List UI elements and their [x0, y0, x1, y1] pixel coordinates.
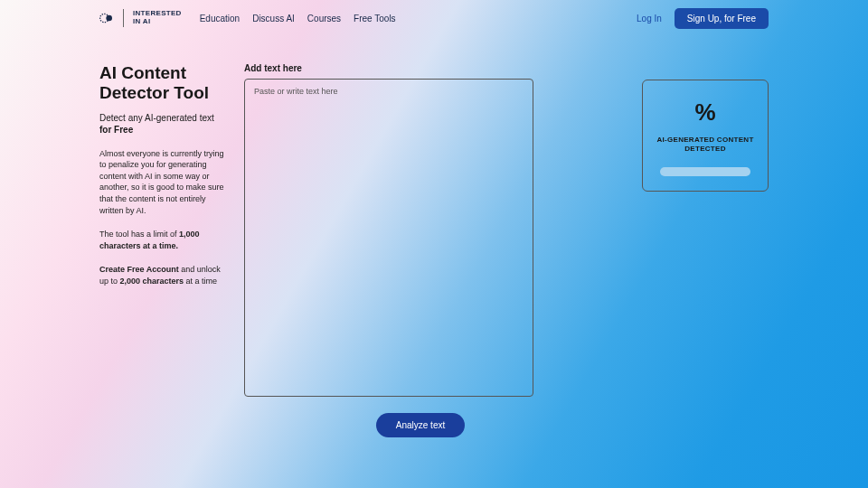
main-content: AI Content Detector Tool Detect any AI-g… — [0, 36, 868, 437]
main-nav: Education Discuss AI Courses Free Tools — [200, 14, 396, 23]
description-para: Almost everyone is currently trying to p… — [99, 148, 226, 217]
info-column: AI Content Detector Tool Detect any AI-g… — [99, 63, 226, 437]
percent-icon: % — [654, 99, 757, 127]
result-panel: % AI-GENERATED CONTENT DETECTED — [642, 80, 769, 192]
text-input[interactable] — [244, 79, 533, 397]
textarea-label: Add text here — [244, 63, 624, 73]
result-label: AI-GENERATED CONTENT DETECTED — [654, 136, 757, 155]
header-right: Log In Sign Up, for Free — [637, 8, 769, 29]
nav-education[interactable]: Education — [200, 14, 240, 23]
subtitle: Detect any AI-generated text for Free — [99, 112, 226, 136]
nav-courses[interactable]: Courses — [307, 14, 341, 23]
svg-point-1 — [106, 15, 112, 22]
analyze-button[interactable]: Analyze text — [376, 413, 465, 437]
progress-bar — [660, 167, 750, 176]
logo-divider — [123, 9, 124, 27]
page-title: AI Content Detector Tool — [99, 63, 226, 103]
logo-icon — [99, 11, 114, 25]
limit-para: The tool has a limit of 1,000 characters… — [99, 229, 226, 251]
login-link[interactable]: Log In — [637, 14, 662, 23]
upsell-para: Create Free Account and unlock up to 2,0… — [99, 264, 226, 286]
result-column: % AI-GENERATED CONTENT DETECTED — [642, 63, 769, 437]
input-column: Add text here Analyze text — [244, 63, 624, 437]
nav-free-tools[interactable]: Free Tools — [354, 14, 396, 23]
logo[interactable]: INTERESTEDIN AI — [99, 9, 182, 27]
nav-discuss-ai[interactable]: Discuss AI — [252, 14, 295, 23]
signup-button[interactable]: Sign Up, for Free — [675, 8, 769, 29]
header: INTERESTEDIN AI Education Discuss AI Cou… — [0, 0, 868, 36]
logo-text: INTERESTEDIN AI — [133, 10, 182, 26]
